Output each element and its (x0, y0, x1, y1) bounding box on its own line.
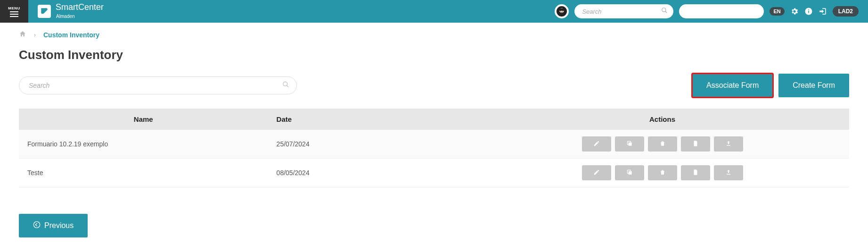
secondary-input[interactable] (679, 4, 764, 18)
associate-form-button[interactable]: Associate Form (692, 74, 773, 97)
page-content: Custom Inventory Associate Form Create F… (0, 43, 868, 245)
previous-button[interactable]: Previous (19, 214, 88, 237)
hamburger-icon (10, 11, 18, 17)
logo-icon (38, 5, 51, 18)
upload-button[interactable] (714, 136, 743, 152)
upload-icon (725, 140, 732, 148)
delete-icon (659, 140, 666, 148)
svg-rect-9 (808, 11, 809, 13)
edit-button[interactable] (582, 136, 611, 152)
svg-rect-10 (808, 9, 809, 10)
breadcrumb: › Custom Inventory (0, 23, 868, 43)
brand-sub: Almaden (56, 14, 74, 19)
svg-point-5 (563, 10, 564, 11)
copy-button[interactable] (615, 136, 644, 152)
delete-icon (659, 169, 666, 177)
logo-text: SmartCenter Almaden (56, 3, 104, 20)
previous-label: Previous (44, 221, 74, 230)
breadcrumb-current[interactable]: Custom Inventory (43, 31, 99, 39)
page-title: Custom Inventory (19, 48, 849, 62)
toolbar: Associate Form Create Form (19, 74, 849, 97)
col-date: Date (268, 109, 476, 130)
cell-actions (475, 159, 849, 187)
svg-rect-13 (628, 142, 631, 145)
col-name: Name (19, 109, 268, 130)
home-icon[interactable] (19, 30, 26, 39)
info-icon[interactable] (804, 7, 813, 16)
breadcrumb-separator: › (34, 32, 36, 38)
inventory-table: Name Date Actions Formuario 10.2.19 exem… (19, 109, 849, 187)
copy-icon (626, 140, 633, 148)
environment-badge: LAD2 (833, 6, 859, 17)
menu-label: MENU (8, 6, 20, 10)
copy-icon (626, 169, 633, 177)
svg-rect-15 (628, 171, 631, 174)
logo[interactable]: SmartCenter Almaden (38, 3, 104, 20)
cell-name: Teste (19, 159, 268, 187)
language-badge[interactable]: EN (770, 7, 784, 16)
upload-icon (725, 169, 732, 177)
header-right: EN LAD2 (555, 4, 868, 18)
cell-name: Formuario 10.2.19 exemplo (19, 130, 268, 159)
cell-date: 25/07/2024 (268, 130, 476, 159)
app-header: MENU SmartCenter Almaden EN (0, 0, 868, 23)
svg-rect-3 (559, 8, 565, 11)
global-search-wrap (574, 4, 673, 18)
local-search-input[interactable] (19, 76, 297, 94)
logout-icon[interactable] (819, 7, 827, 16)
cell-actions (475, 130, 849, 159)
menu-button[interactable]: MENU (0, 0, 28, 23)
svg-point-4 (560, 10, 561, 11)
document-icon (692, 169, 699, 177)
edit-icon (593, 140, 600, 148)
svg-point-17 (33, 221, 40, 228)
copy-button[interactable] (615, 165, 644, 180)
cell-date: 08/05/2024 (268, 159, 476, 187)
col-actions: Actions (475, 109, 849, 130)
arrow-left-icon (33, 221, 41, 230)
table-row: Formuario 10.2.19 exemplo25/07/2024 (19, 130, 849, 159)
upload-button[interactable] (714, 165, 743, 180)
local-search-wrap (19, 76, 297, 94)
global-search-input[interactable] (574, 4, 673, 18)
edit-icon (593, 169, 600, 177)
delete-button[interactable] (648, 136, 677, 152)
avatar[interactable] (555, 4, 569, 18)
settings-icon[interactable] (790, 7, 799, 16)
delete-button[interactable] (648, 165, 677, 180)
edit-button[interactable] (582, 165, 611, 180)
brand-name: SmartCenter (56, 3, 104, 11)
document-button[interactable] (681, 165, 710, 180)
document-button[interactable] (681, 136, 710, 152)
table-row: Teste08/05/2024 (19, 159, 849, 187)
document-icon (692, 140, 699, 148)
create-form-button[interactable]: Create Form (778, 74, 849, 97)
table-header-row: Name Date Actions (19, 109, 849, 130)
